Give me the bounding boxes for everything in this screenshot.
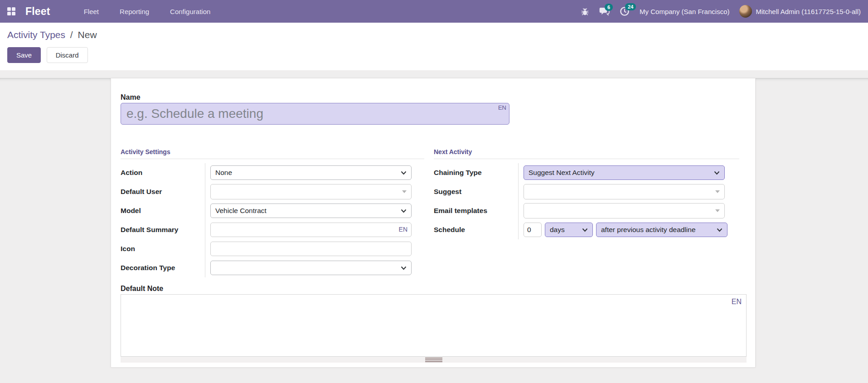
default-note-translate-badge[interactable]: EN [732,298,742,306]
chevron-down-icon [401,209,407,213]
email-templates-combobox[interactable] [524,203,725,218]
default-user-row: Default User [121,182,424,201]
schedule-unit-select[interactable]: days [545,223,593,237]
form-sheet: Name EN Activity Settings Action None [111,78,756,368]
schedule-trigger-value: after previous activity deadline [601,226,696,234]
apps-grid-icon[interactable] [7,7,15,15]
chevron-down-icon [714,171,720,175]
note-resize-handle[interactable] [121,357,747,363]
debug-bug-icon[interactable] [581,7,589,16]
icon-row: Icon [121,239,424,258]
name-translate-badge[interactable]: EN [498,104,506,111]
name-input[interactable] [121,103,509,125]
model-label: Model [121,201,205,220]
action-row: Action None [121,163,424,182]
breadcrumb-current: New [78,29,97,40]
main-menu: Fleet Reporting Configuration [77,4,218,19]
chaining-type-value: Suggest Next Activity [529,169,595,177]
default-summary-label: Default Summary [121,220,205,239]
menu-fleet[interactable]: Fleet [77,4,106,19]
schedule-number-input[interactable] [524,223,542,237]
chaining-type-select[interactable]: Suggest Next Activity [524,165,725,180]
action-label: Action [121,163,205,182]
model-select-value: Vehicle Contract [215,207,267,215]
suggest-combobox[interactable] [524,184,725,199]
default-summary-translate-badge[interactable]: EN [399,226,407,233]
breadcrumb-separator: / [70,29,73,40]
top-navbar: Fleet Fleet Reporting Configuration 6 [0,0,868,23]
email-templates-row: Email templates [434,201,739,220]
next-activity-title: Next Activity [434,148,739,159]
user-avatar [739,5,752,18]
action-buttons: Save Discard [7,47,861,63]
menu-configuration[interactable]: Configuration [163,4,218,19]
chevron-down-icon [401,266,407,270]
decoration-type-label: Decoration Type [121,258,205,277]
default-note-label: Default Note [121,285,746,293]
form-view: Name EN Activity Settings Action None [0,78,868,383]
model-row: Model Vehicle Contract [121,201,424,220]
suggest-label: Suggest [434,182,519,201]
default-summary-wrapper: EN [210,223,412,237]
schedule-unit-value: days [550,226,565,234]
chaining-type-row: Chaining Type Suggest Next Activity [434,163,739,182]
default-summary-input[interactable] [210,223,412,237]
suggest-row: Suggest [434,182,739,201]
breadcrumb: Activity Types / New [7,29,861,41]
app-brand[interactable]: Fleet [25,5,50,18]
caret-down-icon [715,190,720,193]
form-group: Activity Settings Action None Default Us… [121,148,746,277]
messages-count-badge[interactable]: 6 [605,4,613,11]
action-select[interactable]: None [210,165,412,180]
next-activity-section: Next Activity Chaining Type Suggest Next… [434,148,739,277]
icon-input[interactable] [210,242,412,256]
activities-clock-icon[interactable]: 24 [620,6,630,16]
decoration-type-select[interactable] [210,261,412,275]
menu-reporting[interactable]: Reporting [112,4,156,19]
chevron-down-icon [401,171,407,175]
default-note-editor[interactable]: EN [121,294,747,357]
name-label: Name [121,93,746,102]
user-menu[interactable]: Mitchell Admin (11617725-15-0-all) [739,5,861,18]
caret-down-icon [402,190,407,193]
activity-settings-section: Activity Settings Action None Default Us… [121,148,424,277]
discard-button[interactable]: Discard [47,47,88,63]
company-switcher[interactable]: My Company (San Francisco) [640,8,729,15]
default-user-label: Default User [121,182,205,201]
activities-count-badge[interactable]: 24 [625,3,636,10]
name-field-wrapper: EN [121,103,509,125]
caret-down-icon [715,209,720,212]
activity-settings-title: Activity Settings [121,148,424,159]
schedule-label: Schedule [434,220,519,239]
default-summary-row: Default Summary EN [121,220,424,239]
decoration-type-row: Decoration Type [121,258,424,277]
chevron-down-icon [717,228,723,232]
email-templates-label: Email templates [434,201,519,220]
chevron-down-icon [582,228,588,232]
schedule-trigger-select[interactable]: after previous activity deadline [596,223,727,237]
systray: 6 24 My Company (San Francisco) Mitchell… [581,5,861,18]
icon-label: Icon [121,239,205,258]
action-select-value: None [215,169,232,177]
schedule-row: Schedule days after previous activity de… [434,220,739,239]
save-button[interactable]: Save [7,47,41,63]
control-panel: Activity Types / New Save Discard [0,23,868,70]
messages-icon[interactable]: 6 [599,7,610,16]
user-name: Mitchell Admin (11617725-15-0-all) [756,8,861,15]
breadcrumb-activity-types-link[interactable]: Activity Types [7,29,65,40]
model-select[interactable]: Vehicle Contract [210,204,412,218]
resize-grip-icon [425,358,442,362]
chaining-type-label: Chaining Type [434,163,519,182]
default-user-combobox[interactable] [210,184,412,199]
